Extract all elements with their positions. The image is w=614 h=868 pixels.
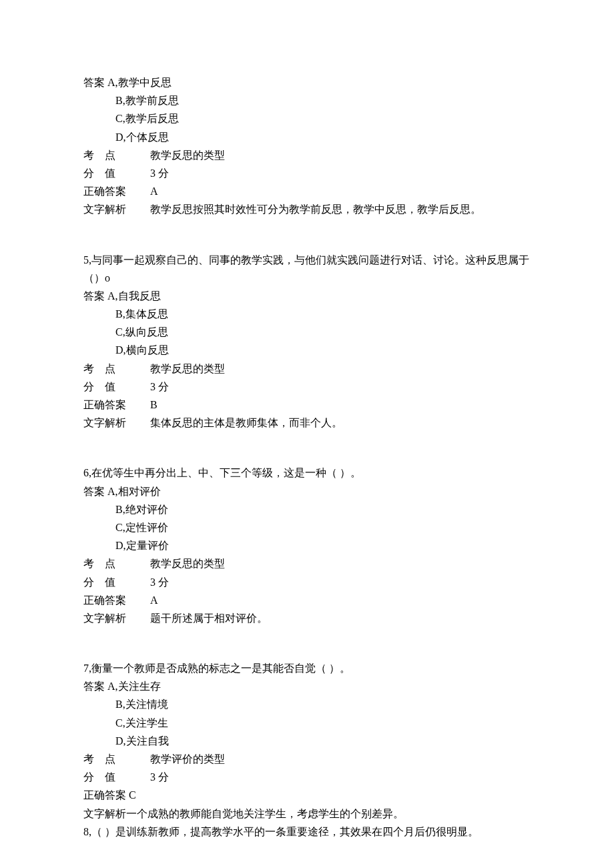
option-a: A,相对评价 bbox=[107, 482, 161, 500]
option-d: D,个体反思 bbox=[83, 128, 531, 146]
option-d: D,定量评价 bbox=[83, 536, 531, 554]
explain-label: 文字解析 bbox=[83, 414, 150, 432]
score-label: 分 值 bbox=[83, 164, 150, 182]
question-7: 7,衡量一个教师是否成熟的标志之一是其能否自觉（ ）。 答案 A,关注生存 B,… bbox=[83, 659, 531, 823]
question-5: 5,与同事一起观察自己的、同事的教学实践，与他们就实践问题进行对话、讨论。这种反… bbox=[83, 251, 531, 432]
option-c: C,教学后反思 bbox=[83, 109, 531, 127]
score-value: 3 分 bbox=[150, 573, 169, 591]
score-value: 3 分 bbox=[150, 164, 169, 182]
kaodian-value: 教学反思的类型 bbox=[150, 360, 225, 378]
explain-value: 题干所述属于相对评价。 bbox=[150, 609, 268, 627]
option-d: D,横向反思 bbox=[83, 341, 531, 359]
explain-label: 文字解析 bbox=[83, 200, 150, 218]
option-b: B,教学前反思 bbox=[83, 91, 531, 109]
answer-prefix: 答案 bbox=[83, 73, 107, 91]
correct-label: 正确答案 bbox=[83, 786, 129, 804]
answer-prefix: 答案 bbox=[83, 677, 107, 695]
option-a: A,教学中反思 bbox=[107, 73, 172, 91]
score-label: 分 值 bbox=[83, 768, 150, 786]
correct-label: 正确答案 bbox=[83, 396, 150, 414]
option-c: C,纵向反思 bbox=[83, 323, 531, 341]
option-c: C,定性评价 bbox=[83, 518, 531, 536]
option-b: B,绝对评价 bbox=[83, 500, 531, 518]
kaodian-label: 考 点 bbox=[83, 360, 150, 378]
document-page: 答案 A,教学中反思 B,教学前反思 C,教学后反思 D,个体反思 考 点教学反… bbox=[0, 0, 614, 868]
score-value: 3 分 bbox=[150, 768, 169, 786]
question-stem: 6,在优等生中再分出上、中、下三个等级，这是一种（ ）。 bbox=[83, 464, 531, 482]
option-b: B,关注情境 bbox=[83, 695, 531, 713]
kaodian-label: 考 点 bbox=[83, 750, 150, 768]
option-d: D,关注自我 bbox=[83, 732, 531, 750]
answer-prefix: 答案 bbox=[83, 482, 107, 500]
answer-prefix: 答案 bbox=[83, 287, 107, 305]
question-6: 6,在优等生中再分出上、中、下三个等级，这是一种（ ）。 答案 A,相对评价 B… bbox=[83, 464, 531, 627]
correct-value: C bbox=[129, 786, 136, 804]
kaodian-label: 考 点 bbox=[83, 146, 150, 164]
kaodian-value: 教学反思的类型 bbox=[150, 554, 225, 572]
question-8: 8,（ ）是训练新教师，提高教学水平的一条重要途径，其效果在四个月后仍很明显。 bbox=[83, 823, 531, 841]
explain-value: 集体反思的主体是教师集体，而非个人。 bbox=[150, 414, 342, 432]
option-a: A,关注生存 bbox=[107, 677, 161, 695]
correct-value: A bbox=[150, 182, 158, 200]
score-label: 分 值 bbox=[83, 573, 150, 591]
kaodian-value: 教学评价的类型 bbox=[150, 750, 225, 768]
score-value: 3 分 bbox=[150, 378, 169, 396]
question-stem: 5,与同事一起观察自己的、同事的教学实践，与他们就实践问题进行对话、讨论。这种反… bbox=[83, 251, 531, 287]
option-c: C,关注学生 bbox=[83, 714, 531, 732]
explain-label: 文字解析 bbox=[83, 609, 150, 627]
question-stem: 8,（ ）是训练新教师，提高教学水平的一条重要途径，其效果在四个月后仍很明显。 bbox=[83, 823, 531, 841]
correct-value: B bbox=[150, 396, 158, 414]
kaodian-label: 考 点 bbox=[83, 554, 150, 572]
question-4: 答案 A,教学中反思 B,教学前反思 C,教学后反思 D,个体反思 考 点教学反… bbox=[83, 73, 531, 219]
correct-label: 正确答案 bbox=[83, 591, 150, 609]
explain-value: 教学反思按照其时效性可分为教学前反思，教学中反思，教学后反思。 bbox=[150, 200, 481, 218]
kaodian-value: 教学反思的类型 bbox=[150, 146, 225, 164]
option-b: B,集体反思 bbox=[83, 305, 531, 323]
correct-value: A bbox=[150, 591, 158, 609]
explain-value: 一个成熟的教师能自觉地关注学生，考虑学生的个别差异。 bbox=[126, 805, 404, 823]
question-stem: 7,衡量一个教师是否成熟的标志之一是其能否自觉（ ）。 bbox=[83, 659, 531, 677]
correct-label: 正确答案 bbox=[83, 182, 150, 200]
explain-label: 文字解析 bbox=[83, 805, 126, 823]
option-a: A,自我反思 bbox=[107, 287, 161, 305]
score-label: 分 值 bbox=[83, 378, 150, 396]
